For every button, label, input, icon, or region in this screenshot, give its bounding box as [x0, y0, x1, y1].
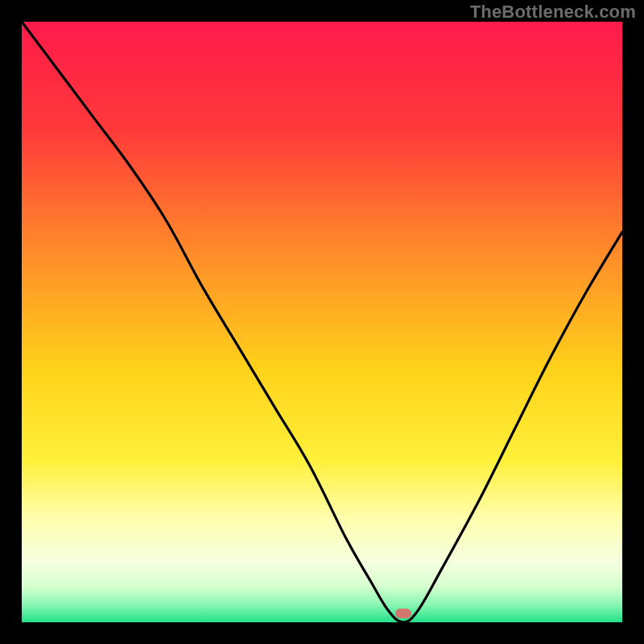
optimal-point-marker — [395, 609, 411, 618]
watermark-text: TheBottleneck.com — [470, 2, 636, 23]
curve-layer — [22, 22, 622, 622]
bottleneck-curve — [22, 22, 622, 622]
plot-area — [22, 22, 622, 622]
chart-frame: TheBottleneck.com — [0, 0, 644, 644]
